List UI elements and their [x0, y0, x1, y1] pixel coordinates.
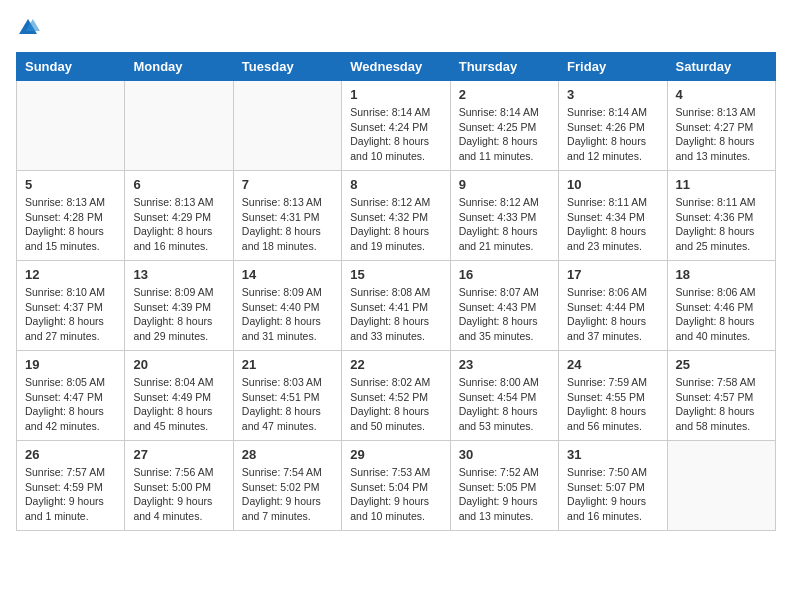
- calendar-cell: 27Sunrise: 7:56 AM Sunset: 5:00 PM Dayli…: [125, 441, 233, 531]
- cell-info-text: Sunrise: 7:50 AM Sunset: 5:07 PM Dayligh…: [567, 465, 658, 524]
- cell-date-number: 26: [25, 447, 116, 462]
- calendar-cell: 13Sunrise: 8:09 AM Sunset: 4:39 PM Dayli…: [125, 261, 233, 351]
- cell-info-text: Sunrise: 8:06 AM Sunset: 4:46 PM Dayligh…: [676, 285, 767, 344]
- cell-info-text: Sunrise: 8:10 AM Sunset: 4:37 PM Dayligh…: [25, 285, 116, 344]
- calendar-cell: 23Sunrise: 8:00 AM Sunset: 4:54 PM Dayli…: [450, 351, 558, 441]
- cell-date-number: 5: [25, 177, 116, 192]
- cell-info-text: Sunrise: 8:05 AM Sunset: 4:47 PM Dayligh…: [25, 375, 116, 434]
- calendar-cell: 22Sunrise: 8:02 AM Sunset: 4:52 PM Dayli…: [342, 351, 450, 441]
- cell-date-number: 31: [567, 447, 658, 462]
- cell-date-number: 27: [133, 447, 224, 462]
- calendar-cell: 26Sunrise: 7:57 AM Sunset: 4:59 PM Dayli…: [17, 441, 125, 531]
- calendar-cell: [233, 81, 341, 171]
- calendar-cell: 18Sunrise: 8:06 AM Sunset: 4:46 PM Dayli…: [667, 261, 775, 351]
- calendar-cell: 6Sunrise: 8:13 AM Sunset: 4:29 PM Daylig…: [125, 171, 233, 261]
- cell-date-number: 3: [567, 87, 658, 102]
- cell-date-number: 4: [676, 87, 767, 102]
- cell-date-number: 23: [459, 357, 550, 372]
- cell-info-text: Sunrise: 8:06 AM Sunset: 4:44 PM Dayligh…: [567, 285, 658, 344]
- cell-date-number: 7: [242, 177, 333, 192]
- cell-date-number: 25: [676, 357, 767, 372]
- calendar-cell: 8Sunrise: 8:12 AM Sunset: 4:32 PM Daylig…: [342, 171, 450, 261]
- cell-date-number: 16: [459, 267, 550, 282]
- cell-date-number: 6: [133, 177, 224, 192]
- cell-info-text: Sunrise: 8:13 AM Sunset: 4:29 PM Dayligh…: [133, 195, 224, 254]
- cell-info-text: Sunrise: 8:14 AM Sunset: 4:25 PM Dayligh…: [459, 105, 550, 164]
- logo-icon: [16, 16, 40, 40]
- cell-date-number: 2: [459, 87, 550, 102]
- calendar-cell: 12Sunrise: 8:10 AM Sunset: 4:37 PM Dayli…: [17, 261, 125, 351]
- cell-info-text: Sunrise: 8:03 AM Sunset: 4:51 PM Dayligh…: [242, 375, 333, 434]
- cell-date-number: 30: [459, 447, 550, 462]
- calendar-cell: 11Sunrise: 8:11 AM Sunset: 4:36 PM Dayli…: [667, 171, 775, 261]
- calendar-table: SundayMondayTuesdayWednesdayThursdayFrid…: [16, 52, 776, 531]
- cell-info-text: Sunrise: 8:08 AM Sunset: 4:41 PM Dayligh…: [350, 285, 441, 344]
- cell-info-text: Sunrise: 8:13 AM Sunset: 4:28 PM Dayligh…: [25, 195, 116, 254]
- cell-info-text: Sunrise: 8:11 AM Sunset: 4:34 PM Dayligh…: [567, 195, 658, 254]
- calendar-cell: 20Sunrise: 8:04 AM Sunset: 4:49 PM Dayli…: [125, 351, 233, 441]
- cell-info-text: Sunrise: 7:59 AM Sunset: 4:55 PM Dayligh…: [567, 375, 658, 434]
- cell-info-text: Sunrise: 7:54 AM Sunset: 5:02 PM Dayligh…: [242, 465, 333, 524]
- cell-info-text: Sunrise: 8:13 AM Sunset: 4:31 PM Dayligh…: [242, 195, 333, 254]
- cell-info-text: Sunrise: 8:13 AM Sunset: 4:27 PM Dayligh…: [676, 105, 767, 164]
- cell-date-number: 28: [242, 447, 333, 462]
- day-header-saturday: Saturday: [667, 53, 775, 81]
- calendar-cell: 15Sunrise: 8:08 AM Sunset: 4:41 PM Dayli…: [342, 261, 450, 351]
- cell-date-number: 17: [567, 267, 658, 282]
- cell-date-number: 24: [567, 357, 658, 372]
- calendar-cell: 3Sunrise: 8:14 AM Sunset: 4:26 PM Daylig…: [559, 81, 667, 171]
- cell-date-number: 11: [676, 177, 767, 192]
- cell-date-number: 19: [25, 357, 116, 372]
- calendar-cell: 17Sunrise: 8:06 AM Sunset: 4:44 PM Dayli…: [559, 261, 667, 351]
- calendar-cell: 19Sunrise: 8:05 AM Sunset: 4:47 PM Dayli…: [17, 351, 125, 441]
- cell-info-text: Sunrise: 8:09 AM Sunset: 4:39 PM Dayligh…: [133, 285, 224, 344]
- calendar-cell: 10Sunrise: 8:11 AM Sunset: 4:34 PM Dayli…: [559, 171, 667, 261]
- day-header-thursday: Thursday: [450, 53, 558, 81]
- cell-info-text: Sunrise: 7:56 AM Sunset: 5:00 PM Dayligh…: [133, 465, 224, 524]
- calendar-cell: 1Sunrise: 8:14 AM Sunset: 4:24 PM Daylig…: [342, 81, 450, 171]
- cell-info-text: Sunrise: 7:53 AM Sunset: 5:04 PM Dayligh…: [350, 465, 441, 524]
- cell-date-number: 14: [242, 267, 333, 282]
- cell-info-text: Sunrise: 8:12 AM Sunset: 4:33 PM Dayligh…: [459, 195, 550, 254]
- cell-date-number: 1: [350, 87, 441, 102]
- cell-info-text: Sunrise: 8:11 AM Sunset: 4:36 PM Dayligh…: [676, 195, 767, 254]
- logo: [16, 16, 44, 40]
- cell-info-text: Sunrise: 7:58 AM Sunset: 4:57 PM Dayligh…: [676, 375, 767, 434]
- calendar-cell: 4Sunrise: 8:13 AM Sunset: 4:27 PM Daylig…: [667, 81, 775, 171]
- calendar-cell: 9Sunrise: 8:12 AM Sunset: 4:33 PM Daylig…: [450, 171, 558, 261]
- cell-info-text: Sunrise: 8:14 AM Sunset: 4:26 PM Dayligh…: [567, 105, 658, 164]
- calendar-cell: 21Sunrise: 8:03 AM Sunset: 4:51 PM Dayli…: [233, 351, 341, 441]
- cell-info-text: Sunrise: 8:12 AM Sunset: 4:32 PM Dayligh…: [350, 195, 441, 254]
- cell-date-number: 15: [350, 267, 441, 282]
- cell-date-number: 18: [676, 267, 767, 282]
- calendar-cell: 31Sunrise: 7:50 AM Sunset: 5:07 PM Dayli…: [559, 441, 667, 531]
- cell-date-number: 13: [133, 267, 224, 282]
- page-header: [16, 16, 776, 40]
- calendar-cell: 16Sunrise: 8:07 AM Sunset: 4:43 PM Dayli…: [450, 261, 558, 351]
- cell-info-text: Sunrise: 8:00 AM Sunset: 4:54 PM Dayligh…: [459, 375, 550, 434]
- calendar-cell: 24Sunrise: 7:59 AM Sunset: 4:55 PM Dayli…: [559, 351, 667, 441]
- calendar-cell: 29Sunrise: 7:53 AM Sunset: 5:04 PM Dayli…: [342, 441, 450, 531]
- cell-info-text: Sunrise: 8:02 AM Sunset: 4:52 PM Dayligh…: [350, 375, 441, 434]
- day-header-friday: Friday: [559, 53, 667, 81]
- calendar-cell: 5Sunrise: 8:13 AM Sunset: 4:28 PM Daylig…: [17, 171, 125, 261]
- calendar-cell: 2Sunrise: 8:14 AM Sunset: 4:25 PM Daylig…: [450, 81, 558, 171]
- cell-date-number: 12: [25, 267, 116, 282]
- calendar-cell: 14Sunrise: 8:09 AM Sunset: 4:40 PM Dayli…: [233, 261, 341, 351]
- calendar-cell: [17, 81, 125, 171]
- cell-info-text: Sunrise: 8:14 AM Sunset: 4:24 PM Dayligh…: [350, 105, 441, 164]
- cell-info-text: Sunrise: 8:04 AM Sunset: 4:49 PM Dayligh…: [133, 375, 224, 434]
- day-header-monday: Monday: [125, 53, 233, 81]
- cell-date-number: 29: [350, 447, 441, 462]
- cell-info-text: Sunrise: 8:07 AM Sunset: 4:43 PM Dayligh…: [459, 285, 550, 344]
- day-header-sunday: Sunday: [17, 53, 125, 81]
- calendar-cell: [667, 441, 775, 531]
- cell-date-number: 20: [133, 357, 224, 372]
- cell-date-number: 8: [350, 177, 441, 192]
- calendar-cell: [125, 81, 233, 171]
- calendar-cell: 28Sunrise: 7:54 AM Sunset: 5:02 PM Dayli…: [233, 441, 341, 531]
- cell-date-number: 22: [350, 357, 441, 372]
- calendar-cell: 30Sunrise: 7:52 AM Sunset: 5:05 PM Dayli…: [450, 441, 558, 531]
- cell-date-number: 9: [459, 177, 550, 192]
- day-header-wednesday: Wednesday: [342, 53, 450, 81]
